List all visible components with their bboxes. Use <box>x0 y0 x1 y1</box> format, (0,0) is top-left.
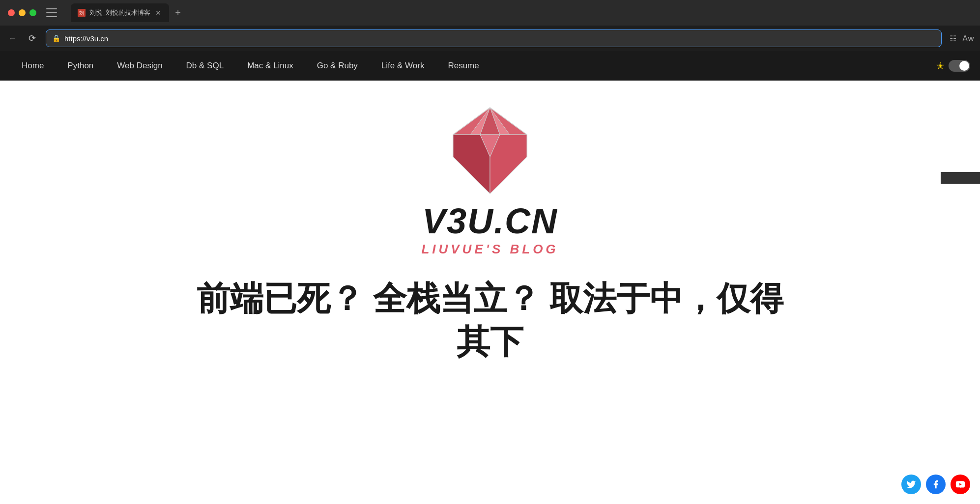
grid-view-button[interactable]: ☷ <box>950 34 956 43</box>
tab-title: 刘悦_刘悦的技术博客 <box>89 8 150 17</box>
svg-text:刘: 刘 <box>79 10 84 16</box>
theme-toggle: ✭ <box>936 60 970 72</box>
title-bar: 刘 刘悦_刘悦的技术博客 ✕ + <box>0 0 980 26</box>
back-button[interactable]: ← <box>6 31 19 46</box>
nav-resume[interactable]: Resume <box>436 51 490 81</box>
new-tab-button[interactable]: + <box>171 8 185 18</box>
nav-home[interactable]: Home <box>10 51 56 81</box>
sidebar-toggle-button[interactable] <box>46 8 57 17</box>
dark-mode-toggle[interactable] <box>949 60 970 72</box>
minimize-button[interactable] <box>19 9 26 16</box>
tab-bar: 刘 刘悦_刘悦的技术博客 ✕ + <box>63 3 193 22</box>
nav-python[interactable]: Python <box>56 51 105 81</box>
reload-button[interactable]: ⟳ <box>27 31 38 46</box>
nav-mac-linux[interactable]: Mac & Linux <box>235 51 305 81</box>
lock-icon: 🔒 <box>52 34 60 42</box>
sun-icon: ✭ <box>936 60 945 72</box>
tab-favicon: 刘 <box>78 9 86 17</box>
browser-chrome: 刘 刘悦_刘悦的技术博客 ✕ + ← ⟳ 🔒 https://v3u.cn ☷ … <box>0 0 980 51</box>
toolbar-right: ☷ Aᴡ <box>950 34 974 43</box>
close-button[interactable] <box>8 9 15 16</box>
url-bar[interactable]: 🔒 https://v3u.cn <box>46 29 942 47</box>
nav-go-ruby[interactable]: Go & Ruby <box>305 51 370 81</box>
main-content: V3U.CN LIUVUE'S BLOG 前端已死？ 全栈当立？ 取法于中，仅得… <box>0 81 980 424</box>
site-logo <box>441 100 539 198</box>
nav-db-sql[interactable]: Db & SQL <box>174 51 236 81</box>
reader-mode-button[interactable]: Aᴡ <box>962 34 974 43</box>
toggle-knob <box>959 61 969 71</box>
site-nav: Home Python Web Design Db & SQL Mac & Li… <box>0 51 980 81</box>
tab-close-button[interactable]: ✕ <box>154 8 162 17</box>
social-sidebar: 社 <box>941 172 980 184</box>
window-controls <box>8 9 36 16</box>
active-tab[interactable]: 刘 刘悦_刘悦的技术博客 ✕ <box>71 3 169 22</box>
address-bar: ← ⟳ 🔒 https://v3u.cn ☷ Aᴡ <box>0 26 980 51</box>
maximize-button[interactable] <box>29 9 36 16</box>
site-title: V3U.CN <box>422 203 558 239</box>
nav-web-design[interactable]: Web Design <box>105 51 174 81</box>
article-title: 前端已死？ 全栈当立？ 取法于中，仅得其下 <box>195 277 785 364</box>
site-subtitle: LIUVUE'S BLOG <box>421 242 558 257</box>
url-text: https://v3u.cn <box>64 34 935 43</box>
nav-life-work[interactable]: Life & Work <box>370 51 436 81</box>
